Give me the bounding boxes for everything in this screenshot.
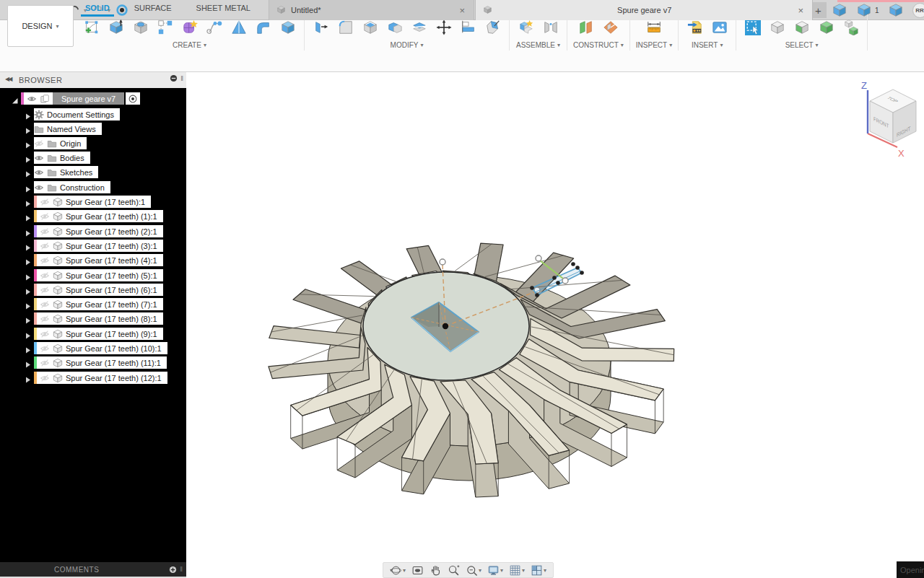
viewport-canvas[interactable]: TOP FRONT RIGHT Z X Openin xyxy=(186,72,924,578)
close-icon[interactable]: × xyxy=(796,5,805,16)
component-item[interactable]: Spur Gear (17 teeth) (5):1 xyxy=(34,269,163,281)
expand-arrow-icon[interactable] xyxy=(23,110,32,119)
pipe-button[interactable] xyxy=(204,17,225,38)
ribbon-group-label[interactable]: CONSTRUCT▾ xyxy=(573,40,624,50)
extrude-button[interactable] xyxy=(105,17,126,38)
look-at-button[interactable] xyxy=(409,563,426,577)
priority-component-button[interactable] xyxy=(816,17,837,38)
expand-arrow-icon[interactable] xyxy=(23,256,32,265)
orbit-button[interactable]: ▾ xyxy=(388,563,408,577)
add-comment-icon[interactable] xyxy=(169,566,177,574)
pan-button[interactable] xyxy=(427,563,444,577)
ribbon-group-label[interactable]: CREATE▾ xyxy=(173,40,206,50)
panel-options-icon[interactable] xyxy=(170,74,178,82)
comments-bar[interactable]: COMMENTS ‖ xyxy=(0,562,186,577)
viewports-button[interactable]: ▾ xyxy=(528,563,549,577)
eye-dim-icon[interactable] xyxy=(40,197,50,207)
folder-item[interactable]: Document Settings xyxy=(34,108,120,121)
document-tab[interactable]: Untitled*× xyxy=(269,0,474,20)
browser-panel-header[interactable]: ◀◀ BROWSER ‖ xyxy=(0,72,186,88)
ribbon-group-label[interactable]: SELECT▾ xyxy=(785,40,819,50)
document-tab[interactable]: Spure geare v7× xyxy=(475,0,813,20)
component-item[interactable]: Spur Gear (17 teeth) (9):1 xyxy=(34,328,163,340)
eye-on-icon[interactable] xyxy=(34,183,44,193)
expand-arrow-icon[interactable] xyxy=(23,139,32,148)
zoom-button[interactable] xyxy=(445,563,462,577)
ribbon-tab-sheet-metal[interactable]: SHEET METAL xyxy=(195,2,252,14)
eye-dim-icon[interactable] xyxy=(40,314,50,324)
eye-on-icon[interactable] xyxy=(34,167,44,178)
expand-arrow-icon[interactable] xyxy=(23,359,32,367)
expand-arrow-icon[interactable] xyxy=(23,330,32,338)
expand-arrow-icon[interactable] xyxy=(23,271,32,280)
create-form-button[interactable] xyxy=(179,17,200,38)
expand-arrow-icon[interactable] xyxy=(23,183,32,192)
collapse-panel-icon[interactable]: ◀◀ xyxy=(5,76,11,82)
ribbon-tab-solid[interactable]: SOLID xyxy=(84,2,111,14)
expand-arrow-icon[interactable] xyxy=(23,212,32,221)
eye-on-icon[interactable] xyxy=(27,94,37,104)
eye-dim-icon[interactable] xyxy=(40,329,50,339)
display-settings-button[interactable]: ▾ xyxy=(485,563,505,577)
activate-component-radio[interactable] xyxy=(126,92,140,105)
expand-arrow-icon[interactable] xyxy=(23,286,32,294)
root-component[interactable]: Spure geare v7 xyxy=(21,92,124,105)
component-item[interactable]: Spur Gear (17 teeth) (8):1 xyxy=(34,312,163,325)
folder-item[interactable]: Sketches xyxy=(34,166,98,178)
close-icon[interactable]: × xyxy=(458,5,466,16)
component-item[interactable]: Spur Gear (17 teeth) (3):1 xyxy=(34,240,163,252)
view-cube[interactable]: TOP FRONT RIGHT Z X xyxy=(861,80,916,159)
component-item[interactable]: Spur Gear (17 teeth) (11):1 xyxy=(34,356,167,369)
eye-dim-icon[interactable] xyxy=(34,139,44,149)
expand-arrow-icon[interactable] xyxy=(10,95,19,103)
expand-arrow-icon[interactable] xyxy=(23,344,32,353)
loft-button[interactable] xyxy=(228,17,249,38)
component-item[interactable]: Spur Gear (17 teeth) (2):1 xyxy=(34,225,163,237)
expand-arrow-icon[interactable] xyxy=(23,242,32,250)
pattern-button[interactable] xyxy=(154,17,175,38)
expand-arrow-icon[interactable] xyxy=(23,300,32,309)
component-item[interactable]: Spur Gear (17 teeth) (6):1 xyxy=(34,284,163,296)
eye-dim-icon[interactable] xyxy=(40,358,50,368)
fit-button[interactable]: ▾ xyxy=(463,563,484,577)
expand-arrow-icon[interactable] xyxy=(23,198,32,206)
workspace-switcher[interactable]: DESIGN ▾ xyxy=(7,5,74,47)
eye-dim-icon[interactable] xyxy=(40,373,50,383)
ribbon-group-label[interactable]: ASSEMBLE▾ xyxy=(516,40,560,50)
ribbon-group-label[interactable]: MODIFY▾ xyxy=(391,40,424,50)
eye-dim-icon[interactable] xyxy=(40,241,50,251)
gear-model[interactable]: TOP FRONT RIGHT Z X xyxy=(186,72,924,578)
component-item[interactable]: Spur Gear (17 teeth) (1):1 xyxy=(34,210,163,222)
folder-item[interactable]: Bodies xyxy=(34,152,90,164)
eye-dim-icon[interactable] xyxy=(40,255,50,266)
panel-grip-icon[interactable]: ‖ xyxy=(180,75,183,82)
expand-arrow-icon[interactable] xyxy=(23,154,32,162)
create-sketch-button[interactable] xyxy=(81,17,102,38)
eye-on-icon[interactable] xyxy=(34,153,44,163)
expand-arrow-icon[interactable] xyxy=(23,374,32,382)
hole-button[interactable] xyxy=(130,17,151,38)
avatar[interactable]: RR xyxy=(912,3,924,18)
eye-dim-icon[interactable] xyxy=(40,227,50,237)
component-item[interactable]: Spur Gear (17 teeth) (10):1 xyxy=(34,342,167,354)
grid-settings-button[interactable]: ▾ xyxy=(507,563,527,577)
expand-arrow-icon[interactable] xyxy=(23,227,32,236)
eye-dim-icon[interactable] xyxy=(40,299,50,310)
eye-dim-icon[interactable] xyxy=(40,271,50,281)
priority-feature-button[interactable] xyxy=(840,17,861,38)
expand-arrow-icon[interactable] xyxy=(23,315,32,323)
eye-dim-icon[interactable] xyxy=(40,211,50,222)
component-item[interactable]: Spur Gear (17 teeth) (7):1 xyxy=(34,298,163,310)
eye-dim-icon[interactable] xyxy=(40,343,50,354)
folder-item[interactable]: Origin xyxy=(34,137,87,149)
eye-dim-icon[interactable] xyxy=(40,285,50,295)
ribbon-group-label[interactable]: INSPECT▾ xyxy=(636,40,672,50)
folder-item[interactable]: Construction xyxy=(34,181,110,193)
ribbon-group-label[interactable]: INSERT▾ xyxy=(692,40,723,50)
help-icon[interactable] xyxy=(888,2,904,18)
ribbon-tab-surface[interactable]: SURFACE xyxy=(133,2,173,14)
folder-item[interactable]: Named Views xyxy=(34,123,102,135)
expand-arrow-icon[interactable] xyxy=(23,168,32,177)
component-item[interactable]: Spur Gear (17 teeth):1 xyxy=(34,196,151,208)
expand-arrow-icon[interactable] xyxy=(23,125,32,133)
